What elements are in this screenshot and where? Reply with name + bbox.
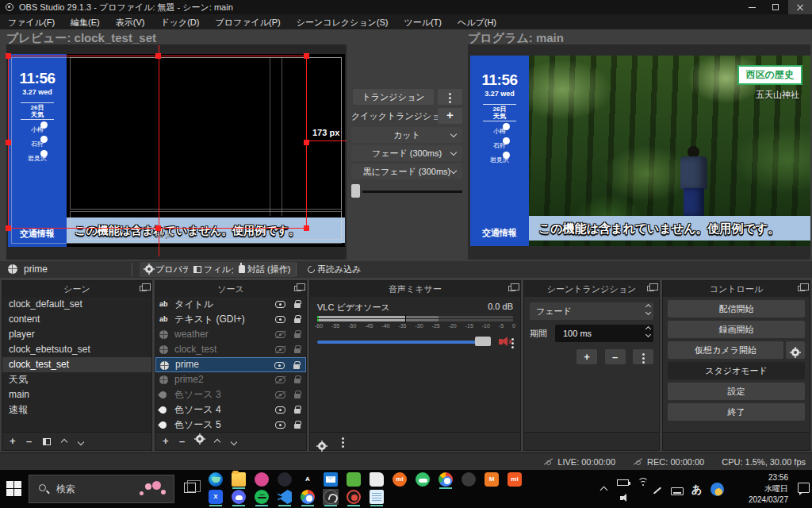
selection-rect[interactable] bbox=[8, 56, 307, 229]
lock-icon[interactable] bbox=[293, 364, 300, 369]
mixer-channel-menu[interactable] bbox=[511, 337, 514, 350]
controls-dock-header[interactable]: コントロール bbox=[663, 281, 810, 297]
scene-list-item[interactable]: 速報 bbox=[2, 402, 151, 418]
control-button[interactable]: 終了 bbox=[668, 403, 805, 421]
lock-icon[interactable] bbox=[294, 333, 301, 338]
control-button[interactable]: 設定 bbox=[668, 383, 805, 400]
taskbar-icon-chrome-2[interactable] bbox=[300, 489, 316, 505]
visibility-eye-off-icon[interactable] bbox=[275, 331, 285, 338]
taskbar-icon-green-app[interactable] bbox=[346, 471, 362, 487]
visibility-eye-off-icon[interactable] bbox=[275, 391, 285, 398]
scene-list-item[interactable]: content bbox=[2, 312, 151, 327]
taskbar-icon-dark-app[interactable] bbox=[277, 471, 293, 487]
menu-item[interactable]: 表示(V) bbox=[108, 14, 153, 29]
quick-transition-cut[interactable]: カット bbox=[351, 127, 462, 143]
source-list-item[interactable]: clock_test bbox=[155, 342, 306, 357]
pen-icon[interactable] bbox=[652, 486, 661, 495]
speaker-icon[interactable] bbox=[620, 494, 630, 502]
taskbar-icon-edge[interactable] bbox=[208, 471, 224, 487]
reload-button[interactable]: 再読み込み bbox=[302, 262, 367, 277]
quick-transition-fade-black[interactable]: 黒にフェード (300ms) bbox=[351, 164, 462, 179]
remove-scene-button[interactable]: – bbox=[26, 435, 32, 447]
close-button[interactable] bbox=[788, 0, 812, 14]
move-source-down-button[interactable] bbox=[230, 439, 236, 445]
visibility-eye-icon[interactable] bbox=[275, 406, 285, 414]
maximize-button[interactable] bbox=[764, 0, 788, 14]
selection-handle[interactable] bbox=[155, 53, 161, 59]
remove-transition-button[interactable]: – bbox=[605, 349, 626, 364]
taskbar-icon-vscode[interactable] bbox=[277, 489, 293, 505]
source-list-item[interactable]: prime2 bbox=[155, 372, 306, 387]
taskbar-icon-orange-square[interactable]: M bbox=[484, 471, 500, 487]
menu-item[interactable]: シーンコレクション(S) bbox=[289, 14, 396, 29]
lock-icon[interactable] bbox=[294, 303, 301, 308]
source-list-item[interactable]: abテキスト (GDI+) bbox=[155, 312, 306, 327]
popout-icon[interactable] bbox=[798, 286, 805, 291]
program-canvas[interactable]: 西区の歴史 五天山神社 11:56 3.27 wed 26日天気 小樽石狩岩見沢… bbox=[468, 44, 810, 260]
taskbar-icon-discord[interactable] bbox=[231, 489, 247, 505]
title-bar[interactable]: OBS Studio 29.1.3 - プロファイル: 無題 - シーン: ma… bbox=[0, 0, 812, 14]
volume-slider-thumb[interactable] bbox=[475, 337, 491, 346]
popout-icon[interactable] bbox=[508, 286, 515, 291]
taskbar-icon-explorer[interactable] bbox=[231, 471, 247, 487]
control-button[interactable]: 配信開始 bbox=[668, 300, 805, 318]
visibility-eye-icon[interactable] bbox=[275, 316, 285, 323]
mute-icon[interactable]: x bbox=[499, 337, 511, 347]
wifi-icon[interactable] bbox=[638, 478, 649, 487]
source-list-item[interactable]: prime bbox=[155, 357, 306, 372]
lock-icon[interactable] bbox=[294, 348, 301, 353]
source-list-item[interactable]: 色ソース 4 bbox=[155, 402, 306, 418]
source-list-item[interactable]: 色ソース 3 bbox=[155, 387, 306, 402]
taskbar-icon-mail[interactable] bbox=[323, 471, 339, 487]
menu-item[interactable]: プロファイル(P) bbox=[207, 14, 288, 29]
selection-handle[interactable] bbox=[6, 225, 11, 231]
visibility-eye-icon[interactable] bbox=[275, 421, 285, 429]
transition-button[interactable]: トランジション bbox=[353, 89, 434, 105]
source-properties-button[interactable] bbox=[196, 435, 204, 447]
virtual-camera-config-button[interactable] bbox=[786, 341, 805, 359]
taskbar-icon-chrome[interactable] bbox=[438, 471, 454, 487]
duration-spinbox[interactable]: 100 ms bbox=[555, 325, 653, 342]
selection-handle[interactable] bbox=[304, 53, 309, 59]
battery-icon[interactable] bbox=[617, 479, 629, 486]
visibility-eye-icon[interactable] bbox=[275, 301, 285, 308]
menu-item[interactable]: 編集(E) bbox=[63, 14, 108, 29]
lock-icon[interactable] bbox=[294, 409, 301, 414]
tbar-track[interactable] bbox=[362, 190, 462, 193]
visibility-eye-icon[interactable] bbox=[274, 362, 285, 369]
source-list-item[interactable]: 色ソース 5 bbox=[155, 418, 306, 432]
source-list-item[interactable]: weather bbox=[155, 327, 306, 342]
taskbar-icon-cloud-app[interactable] bbox=[415, 471, 431, 487]
popout-icon[interactable] bbox=[647, 286, 654, 291]
transition-type-combobox[interactable]: フェード bbox=[530, 302, 653, 320]
add-transition-button[interactable]: + bbox=[576, 349, 597, 364]
touch-keyboard-icon[interactable] bbox=[671, 487, 684, 495]
visibility-eye-off-icon[interactable] bbox=[275, 376, 285, 383]
popout-icon[interactable] bbox=[140, 286, 147, 291]
taskbar-icon-ghost-app[interactable] bbox=[461, 471, 477, 487]
scene-list-item[interactable]: 天気 bbox=[2, 372, 151, 387]
mixer-menu-button[interactable] bbox=[342, 436, 344, 449]
source-list-item[interactable]: abタイトル bbox=[155, 297, 306, 312]
move-source-up-button[interactable] bbox=[214, 439, 220, 445]
taskbar-icon-recorder[interactable] bbox=[346, 489, 362, 505]
menu-item[interactable]: ファイル(F) bbox=[0, 14, 63, 29]
scene-transition-header[interactable]: シーントランジション bbox=[524, 281, 659, 297]
ime-mode-indicator[interactable]: あ bbox=[691, 483, 702, 497]
selection-handle[interactable] bbox=[6, 140, 11, 145]
control-button[interactable]: スタジオモード bbox=[668, 362, 805, 379]
lock-icon[interactable] bbox=[294, 394, 301, 398]
visibility-eye-off-icon[interactable] bbox=[275, 346, 285, 353]
virtual-camera-button[interactable]: 仮想カメラ開始 bbox=[668, 341, 783, 359]
menu-item[interactable]: ドック(D) bbox=[152, 14, 207, 29]
weather-orb-icon[interactable] bbox=[710, 483, 724, 496]
scene-list-item[interactable]: clock_default_set bbox=[2, 297, 151, 312]
menu-item[interactable]: ヘルプ(H) bbox=[450, 14, 504, 29]
move-scene-down-button[interactable] bbox=[77, 439, 83, 445]
start-button[interactable] bbox=[6, 481, 22, 497]
taskbar-icon-pink-app[interactable] bbox=[254, 471, 270, 487]
lock-icon[interactable] bbox=[294, 318, 301, 323]
advanced-audio-button[interactable] bbox=[318, 442, 326, 450]
popout-icon[interactable] bbox=[294, 286, 301, 291]
taskbar-icon-letter-a-app[interactable]: A bbox=[300, 471, 316, 487]
